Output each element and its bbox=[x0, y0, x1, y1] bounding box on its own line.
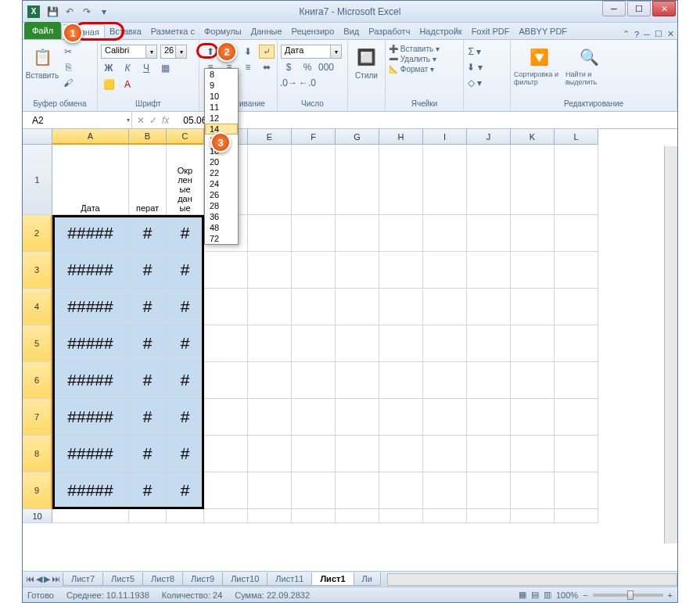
cell-H3[interactable] bbox=[379, 252, 423, 289]
zoom-slider[interactable] bbox=[593, 594, 663, 597]
ribbon-tab-6[interactable]: Вид bbox=[339, 24, 364, 39]
row-header-5[interactable]: 5 bbox=[23, 325, 52, 362]
col-header-J[interactable]: J bbox=[467, 129, 511, 145]
cell-L7[interactable] bbox=[555, 399, 598, 436]
cell-J3[interactable] bbox=[467, 252, 511, 289]
cell-H9[interactable] bbox=[379, 472, 423, 509]
size-option-28[interactable]: 28 bbox=[205, 200, 238, 211]
cell-I7[interactable] bbox=[423, 399, 467, 436]
align-right[interactable]: ≡ bbox=[240, 60, 256, 74]
row-header-8[interactable]: 8 bbox=[23, 436, 52, 472]
cell-K2[interactable] bbox=[511, 215, 555, 252]
ribbon-tab-9[interactable]: Foxit PDF bbox=[467, 24, 515, 39]
sort-filter-button[interactable]: 🔽Сортировка и фильтр bbox=[514, 41, 564, 87]
sheet-nav-first[interactable]: ⏮ bbox=[26, 574, 34, 584]
view-normal[interactable]: ▦ bbox=[519, 590, 526, 600]
cell-L5[interactable] bbox=[555, 325, 598, 362]
cell-J6[interactable] bbox=[467, 362, 511, 399]
ribbon-tab-7[interactable]: Разработч bbox=[364, 24, 415, 39]
cell-B7[interactable]: # bbox=[129, 399, 167, 436]
styles-button[interactable]: 🔲Стили bbox=[351, 41, 382, 80]
cut-button[interactable]: ✂ bbox=[60, 45, 76, 59]
cell-L10[interactable] bbox=[555, 509, 598, 523]
zoom-out[interactable]: − bbox=[583, 590, 587, 600]
cell-J9[interactable] bbox=[467, 472, 511, 509]
cell-E8[interactable] bbox=[248, 436, 292, 472]
cell-F4[interactable] bbox=[292, 289, 336, 325]
cell-I6[interactable] bbox=[423, 362, 467, 399]
cell-C1[interactable]: Окр лен ые дан ые bbox=[167, 145, 204, 215]
sheet-tab-Лист10[interactable]: Лист10 bbox=[222, 572, 267, 586]
ribbon-tab-8[interactable]: Надстройк bbox=[415, 24, 466, 39]
cell-E2[interactable] bbox=[248, 215, 292, 252]
font-size-dropdown-icon[interactable]: ▾ bbox=[175, 45, 186, 58]
cell-I3[interactable] bbox=[423, 252, 467, 289]
cell-C6[interactable]: # bbox=[167, 362, 204, 399]
ribbon-minimize-icon[interactable]: ⌃ bbox=[623, 29, 630, 39]
cell-B6[interactable]: # bbox=[129, 362, 167, 399]
cell-D7[interactable] bbox=[204, 399, 248, 436]
cell-L3[interactable] bbox=[555, 252, 598, 289]
cell-B10[interactable] bbox=[129, 509, 167, 523]
cell-I9[interactable] bbox=[423, 472, 467, 509]
cell-G5[interactable] bbox=[336, 325, 379, 362]
cell-B8[interactable]: # bbox=[129, 436, 167, 472]
cell-C8[interactable]: # bbox=[167, 436, 204, 472]
cell-C10[interactable] bbox=[167, 509, 204, 523]
select-all-corner[interactable] bbox=[23, 129, 52, 145]
cell-D8[interactable] bbox=[204, 436, 248, 472]
cell-C4[interactable]: # bbox=[167, 289, 204, 325]
col-header-H[interactable]: H bbox=[379, 129, 423, 145]
cell-K7[interactable] bbox=[511, 399, 555, 436]
cell-E4[interactable] bbox=[248, 289, 292, 325]
cell-A1[interactable]: Дата bbox=[52, 145, 129, 215]
cell-B5[interactable]: # bbox=[129, 325, 167, 362]
col-header-E[interactable]: E bbox=[248, 129, 292, 145]
cell-A7[interactable]: ##### bbox=[52, 399, 129, 436]
col-header-C[interactable]: C bbox=[167, 129, 204, 145]
cell-A6[interactable]: ##### bbox=[52, 362, 129, 399]
cell-F7[interactable] bbox=[292, 399, 336, 436]
qat-undo[interactable]: ↶ bbox=[62, 4, 77, 20]
cell-I5[interactable] bbox=[423, 325, 467, 362]
border-button[interactable]: ▦ bbox=[157, 61, 173, 75]
ribbon-tab-4[interactable]: Данные bbox=[246, 24, 287, 39]
cell-D6[interactable] bbox=[204, 362, 248, 399]
font-size-dropdown[interactable]: 891011121416182022242628364872 bbox=[204, 68, 239, 245]
col-header-I[interactable]: I bbox=[423, 129, 467, 145]
cell-K8[interactable] bbox=[511, 436, 555, 472]
cell-E9[interactable] bbox=[248, 472, 292, 509]
size-option-20[interactable]: 20 bbox=[205, 156, 238, 167]
cell-H6[interactable] bbox=[379, 362, 423, 399]
fx-cancel[interactable]: ✕ bbox=[137, 115, 145, 126]
bold-button[interactable]: Ж bbox=[101, 61, 117, 75]
size-option-72[interactable]: 72 bbox=[205, 233, 238, 244]
cell-J7[interactable] bbox=[467, 399, 511, 436]
cell-L8[interactable] bbox=[555, 436, 598, 472]
row-header-2[interactable]: 2 bbox=[23, 215, 52, 252]
cell-A9[interactable]: ##### bbox=[52, 472, 129, 509]
row-header-4[interactable]: 4 bbox=[23, 289, 52, 325]
format-cells[interactable]: 📐 Формат ▾ bbox=[389, 65, 434, 74]
sheet-tab-Лист8[interactable]: Лист8 bbox=[142, 572, 183, 586]
cell-H4[interactable] bbox=[379, 289, 423, 325]
cell-G7[interactable] bbox=[336, 399, 379, 436]
cell-E5[interactable] bbox=[248, 325, 292, 362]
cell-G6[interactable] bbox=[336, 362, 379, 399]
help-icon[interactable]: ? bbox=[634, 30, 639, 39]
cell-H5[interactable] bbox=[379, 325, 423, 362]
cell-F8[interactable] bbox=[292, 436, 336, 472]
cell-L6[interactable] bbox=[555, 362, 598, 399]
align-bot[interactable]: ⬇ bbox=[240, 45, 256, 59]
cell-D10[interactable] bbox=[204, 509, 248, 523]
font-color-button[interactable]: A bbox=[120, 77, 135, 92]
vertical-scrollbar[interactable] bbox=[664, 146, 677, 544]
zoom-level[interactable]: 100% bbox=[556, 590, 578, 600]
sheet-tab-Лист7[interactable]: Лист7 bbox=[63, 572, 103, 586]
font-name-select[interactable]: Calibri▾ bbox=[101, 45, 157, 59]
view-pagebreak[interactable]: ▥ bbox=[544, 590, 551, 600]
cell-F2[interactable] bbox=[292, 215, 336, 252]
cell-K9[interactable] bbox=[511, 472, 555, 509]
clear[interactable]: ◇ ▾ bbox=[467, 76, 483, 90]
sheet-nav-prev[interactable]: ◀ bbox=[36, 574, 42, 584]
